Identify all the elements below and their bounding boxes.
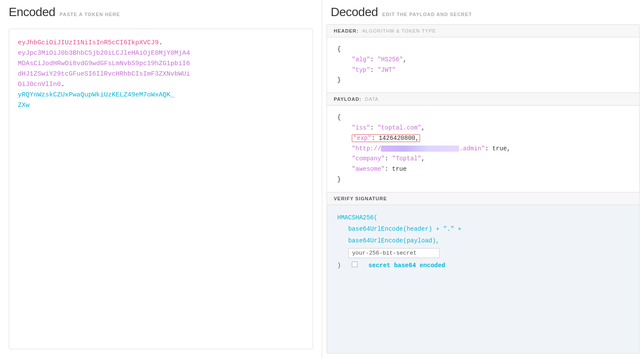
base64-checkbox[interactable] [352, 262, 357, 267]
encoded-token-area[interactable]: eyJhbGciOiJIUzI1NiIsInR5cCI6IkpXVCJ9. ey… [9, 29, 313, 349]
payload-section-label: PAYLOAD: DATA [327, 93, 640, 106]
verify-section-label: VERIFY SIGNATURE [327, 192, 640, 205]
decoded-header: Decoded EDIT THE PAYLOAD AND SECRET [322, 0, 644, 24]
exp-highlighted: "exp": 1426420800, [352, 134, 420, 142]
encoded-subtitle: PASTE A TOKEN HERE [60, 12, 120, 17]
token-part2-line3: dHJ1ZSwiY29tcGFueSI6IlRvcHRhbCIsImF3ZXNv… [18, 70, 190, 78]
verify-content: HMACSHA256( base64UrlEncode(header) + ".… [327, 205, 640, 278]
main-layout: Encoded PASTE A TOKEN HERE eyJhbGciOiJIU… [0, 0, 644, 358]
closing-paren: ) [337, 262, 341, 269]
payload-section: PAYLOAD: DATA { "iss": "toptal.com", "ex… [327, 93, 640, 192]
header-section-content[interactable]: { "alg": "HS256", "typ": "JWT" } [327, 37, 640, 93]
token-dot2: . [61, 81, 65, 88]
token-part2-line1: eyJpc3MiOiJ0b3BhbC5jb20iLCJleHAiOjE0MjY0… [18, 50, 190, 57]
secret-input[interactable] [348, 248, 440, 258]
token-part2-line2: MDAsCiJodHRwOi8vdG9wdGFsLmNvbS9pc19hZG1p… [18, 60, 190, 67]
verify-section: VERIFY SIGNATURE HMACSHA256( base64UrlEn… [327, 192, 640, 353]
hmac-fn: HMACSHA256( [337, 214, 377, 221]
base64-label: secret base64 encoded [368, 262, 445, 269]
decoded-title: Decoded [331, 5, 378, 19]
encoded-header: Encoded PASTE A TOKEN HERE [0, 0, 322, 24]
payload-section-content[interactable]: { "iss": "toptal.com", "exp": 1426420800… [327, 106, 640, 192]
token-part3-line2: ZXw [18, 102, 30, 109]
base64-header-line: base64UrlEncode(header) + "." + [348, 225, 461, 232]
header-section: HEADER: ALGORITHM & TOKEN TYPE { "alg": … [327, 25, 640, 93]
base64-payload-line: base64UrlEncode(payload), [348, 237, 440, 244]
header-section-label: HEADER: ALGORITHM & TOKEN TYPE [327, 25, 640, 37]
token-part3-line1: yRQYnWzskCZUxPwaQupWkiUzKELZ49eM7oWxAQK_ [18, 91, 174, 99]
decoded-subtitle: EDIT THE PAYLOAD AND SECRET [382, 12, 472, 17]
right-panel: Decoded EDIT THE PAYLOAD AND SECRET HEAD… [322, 0, 644, 358]
token-part2-line4: OiJ0cnVlIn0 [18, 81, 61, 88]
secret-input-row[interactable] [337, 248, 629, 259]
blurred-url [381, 146, 459, 152]
token-dot1: . [159, 39, 163, 46]
left-panel: Encoded PASTE A TOKEN HERE eyJhbGciOiJIU… [0, 0, 322, 358]
token-part1: eyJhbGciOiJIUzI1NiIsInR5cCI6IkpXVCJ9 [18, 39, 159, 46]
encoded-title: Encoded [9, 5, 55, 19]
decoded-sections: HEADER: ALGORITHM & TOKEN TYPE { "alg": … [327, 24, 640, 354]
